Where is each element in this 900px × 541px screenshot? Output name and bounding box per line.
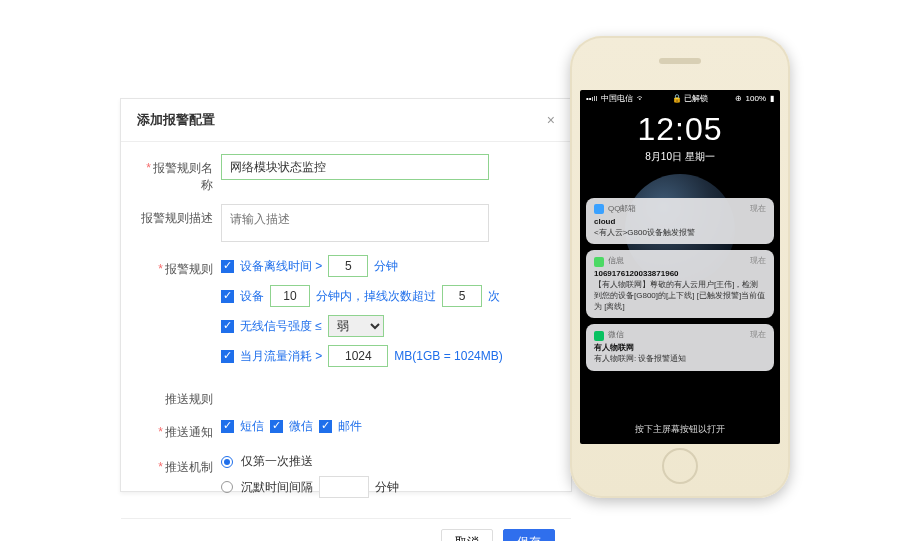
- radio-once[interactable]: [221, 456, 233, 468]
- alarm-config-modal: 添加报警配置 × *报警规则名称 报警规则描述 *报警规则 设备离线时间 >: [120, 98, 572, 492]
- drops-count-input[interactable]: [442, 285, 482, 307]
- rule-line-2: 设备 分钟内，掉线次数超过 次: [221, 285, 553, 307]
- cancel-button[interactable]: 取消: [441, 529, 493, 541]
- lock-date: 8月10日 星期一: [580, 150, 780, 164]
- save-button[interactable]: 保存: [503, 529, 555, 541]
- traffic-input[interactable]: [328, 345, 388, 367]
- cb-drops[interactable]: [221, 290, 234, 303]
- mail-icon: [594, 204, 604, 214]
- phone-screen: ••ıll 中国电信 ᯤ 🔒 已解锁 ⊕ 100% ▮ 12:05 8月10日 …: [580, 90, 780, 444]
- cb-signal[interactable]: [221, 320, 234, 333]
- battery-icon: ▮: [770, 94, 774, 103]
- phone-mockup: ••ıll 中国电信 ᯤ 🔒 已解锁 ⊕ 100% ▮ 12:05 8月10日 …: [570, 36, 790, 498]
- modal-header: 添加报警配置 ×: [121, 99, 571, 142]
- battery-pct: 100%: [746, 94, 766, 103]
- modal-footer: 取消 保存: [121, 518, 571, 541]
- rule-line-4: 当月流量消耗 > MB(1GB = 1024MB): [221, 345, 553, 367]
- row-name: *报警规则名称: [139, 154, 553, 194]
- cb-traffic[interactable]: [221, 350, 234, 363]
- signal-icon: ••ıll: [586, 94, 597, 103]
- cb-email[interactable]: [319, 420, 332, 433]
- row-push-mech: *推送机制 仅第一次推送 沉默时间间隔 分钟: [139, 453, 553, 504]
- notification-qqmail[interactable]: QQ邮箱 现在 cloud <有人云>G800设备触发报警: [586, 198, 774, 244]
- rule-line-1: 设备离线时间 > 分钟: [221, 255, 553, 277]
- wechat-icon: [594, 331, 604, 341]
- status-bar: ••ıll 中国电信 ᯤ 🔒 已解锁 ⊕ 100% ▮: [580, 90, 780, 107]
- lock-clock-area: 12:05 8月10日 星期一: [580, 107, 780, 164]
- lock-status: 🔒 已解锁: [672, 93, 708, 104]
- label-name: 报警规则名称: [153, 161, 213, 192]
- label-push-rules: 推送规则: [165, 392, 213, 406]
- label-alarm-rules: 报警规则: [165, 262, 213, 276]
- notification-wechat[interactable]: 微信 现在 有人物联网 有人物联网: 设备报警通知: [586, 324, 774, 370]
- label-push-notify: 推送通知: [165, 425, 213, 439]
- close-icon[interactable]: ×: [547, 112, 555, 128]
- notification-stack: QQ邮箱 现在 cloud <有人云>G800设备触发报警 信息 现在 1069…: [586, 198, 774, 371]
- lock-clock: 12:05: [580, 111, 780, 148]
- cb-sms[interactable]: [221, 420, 234, 433]
- lock-hint: 按下主屏幕按钮以打开: [580, 423, 780, 436]
- rule-desc-input[interactable]: [221, 204, 489, 242]
- cb-wechat[interactable]: [270, 420, 283, 433]
- rule-line-3: 无线信号强度 ≤ 弱: [221, 315, 553, 337]
- modal-body: *报警规则名称 报警规则描述 *报警规则 设备离线时间 > 分钟: [121, 142, 571, 518]
- offline-minutes-input[interactable]: [328, 255, 368, 277]
- label-desc: 报警规则描述: [141, 211, 213, 225]
- modal-title: 添加报警配置: [137, 111, 215, 129]
- row-desc: 报警规则描述: [139, 204, 553, 245]
- rule-name-input[interactable]: [221, 154, 489, 180]
- radio-silent[interactable]: [221, 481, 233, 493]
- cb-offline[interactable]: [221, 260, 234, 273]
- message-icon: [594, 257, 604, 267]
- signal-select[interactable]: 弱: [328, 315, 384, 337]
- notification-sms[interactable]: 信息 现在 1069176120033871960 【有人物联网】尊敬的有人云用…: [586, 250, 774, 318]
- wifi-icon: ᯤ: [637, 94, 645, 103]
- row-alarm-rules: *报警规则 设备离线时间 > 分钟 设备 分钟内，掉线次数超过 次: [139, 255, 553, 375]
- drops-window-input[interactable]: [270, 285, 310, 307]
- row-push-heading: 推送规则: [139, 385, 553, 408]
- carrier: 中国电信: [601, 93, 633, 104]
- row-push-notify: *推送通知 短信 微信 邮件: [139, 418, 553, 443]
- label-push-mech: 推送机制: [165, 460, 213, 474]
- silent-interval-input[interactable]: [319, 476, 369, 498]
